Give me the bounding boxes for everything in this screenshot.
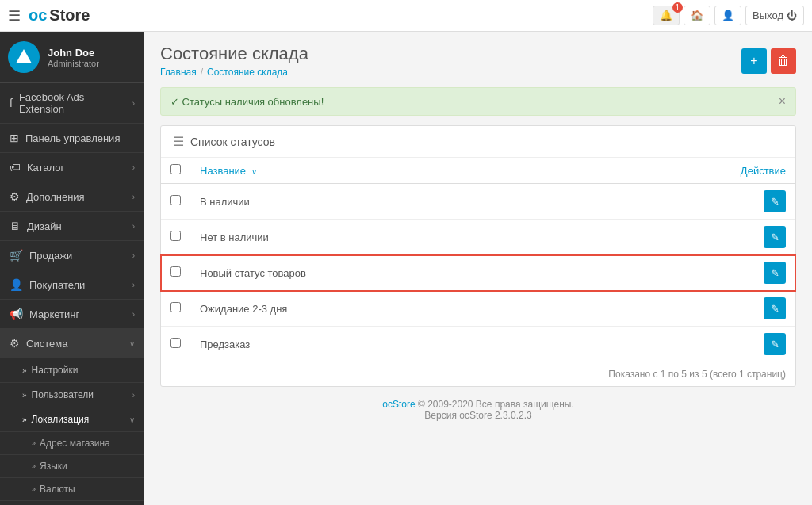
sort-icon: ∨ — [251, 167, 257, 176]
notification-button[interactable]: 🔔 1 — [653, 6, 680, 25]
main-content: Состояние склада Главная / Состояние скл… — [144, 32, 812, 505]
chevron-right-icon: › — [132, 99, 135, 108]
user-name: John Doe — [48, 47, 99, 59]
footer-version: Версия ocStore 2.3.0.2.3 — [424, 410, 531, 421]
chevron-right-icon: › — [132, 163, 135, 172]
facebook-icon: f — [10, 97, 13, 109]
sales-icon: 🛒 — [10, 249, 23, 262]
col-name-header[interactable]: Название ∨ — [190, 158, 731, 184]
table-row: В наличии ✎ — [161, 184, 795, 220]
pagination-info: Показано с 1 по 5 из 5 (всего 1 страниц) — [161, 362, 795, 386]
sidebar: John Doe Administrator f Facebook Ads Ex… — [0, 32, 144, 505]
dbl-chevron-icon: » — [32, 439, 36, 447]
delete-button[interactable]: 🗑 — [771, 48, 796, 74]
edit-button[interactable]: ✎ — [764, 262, 786, 284]
sidebar-item-catalog[interactable]: 🏷 Каталог › — [0, 153, 144, 182]
user-role: Administrator — [48, 59, 99, 68]
sidebar-item-sales[interactable]: 🛒 Продажи › — [0, 241, 144, 270]
row-checkbox[interactable] — [170, 302, 181, 312]
sidebar-item-label: Дизайн — [27, 220, 62, 232]
sidebar-sub-sub-label: Языки — [40, 461, 67, 472]
sidebar-item-store-address[interactable]: » Адрес магазина — [0, 432, 144, 455]
customers-icon: 👤 — [10, 278, 23, 291]
hamburger-icon[interactable]: ☰ — [8, 7, 21, 25]
col-checkbox — [161, 158, 190, 184]
sidebar-item-label: Продажи — [29, 250, 72, 262]
chevron-right-icon: › — [132, 310, 135, 319]
breadcrumb: Главная / Состояние склада — [160, 67, 308, 78]
row-checkbox[interactable] — [170, 338, 181, 348]
sidebar-item-label: Панель управления — [25, 132, 120, 144]
sidebar-item-customers[interactable]: 👤 Покупатели › — [0, 270, 144, 300]
alert-close-button[interactable]: × — [779, 94, 786, 109]
brand-store: Store — [49, 6, 90, 25]
row-checkbox[interactable] — [170, 195, 181, 205]
sidebar-item-localization[interactable]: » Локализация ∨ — [0, 407, 144, 432]
profile-button[interactable]: 👤 — [714, 6, 741, 25]
card-title: Список статусов — [190, 136, 275, 148]
row-checkbox[interactable] — [170, 266, 181, 277]
row-checkbox-cell — [161, 327, 190, 362]
sidebar-item-stock-status[interactable]: » Состояние на складе — [0, 501, 144, 505]
edit-button[interactable]: ✎ — [764, 297, 786, 319]
sidebar-item-currencies[interactable]: » Валюты — [0, 478, 144, 501]
row-checkbox-cell — [161, 255, 190, 291]
row-name: Новый статус товаров — [190, 255, 731, 291]
sidebar-item-settings[interactable]: » Настройки — [0, 358, 144, 383]
page-footer: ocStore © 2009-2020 Все права защищены. … — [160, 387, 796, 433]
footer-brand-link[interactable]: ocStore — [382, 399, 415, 410]
sidebar-item-marketing[interactable]: 📢 Маркетинг › — [0, 300, 144, 329]
sidebar-sub-item-label: Пользователи — [32, 389, 94, 400]
page-header: Состояние склада Главная / Состояние скл… — [160, 44, 796, 78]
row-name: Нет в наличии — [190, 220, 731, 255]
extensions-icon: ⚙ — [10, 190, 20, 203]
sidebar-item-users[interactable]: » Пользователи › — [0, 383, 144, 407]
chevron-right-icon: » — [22, 366, 27, 375]
sidebar-item-languages[interactable]: » Языки — [0, 455, 144, 478]
sidebar-item-label: Покупатели — [29, 279, 85, 291]
chevron-down-icon: ∨ — [129, 415, 135, 424]
system-icon: ⚙ — [10, 337, 20, 350]
user-info: John Doe Administrator — [48, 47, 99, 68]
sidebar-sub-sub-label: Валюты — [40, 484, 75, 495]
sidebar-sub-item-label: Настройки — [32, 365, 79, 376]
alert-banner: ✓ Статусы наличия обновлены! × — [160, 87, 796, 116]
sidebar-item-facebook[interactable]: f Facebook Ads Extension › — [0, 83, 144, 124]
status-list-card: ☰ Список статусов Название ∨ Действие — [160, 125, 796, 387]
select-all-checkbox[interactable] — [170, 164, 181, 174]
table-row: Предзаказ ✎ — [161, 327, 795, 362]
edit-button[interactable]: ✎ — [764, 190, 786, 212]
sidebar-item-system[interactable]: ⚙ Система ∨ — [0, 329, 144, 358]
row-checkbox-cell — [161, 291, 190, 327]
chevron-right-icon: › — [132, 251, 135, 260]
user-profile: John Doe Administrator — [0, 32, 144, 83]
row-name: Предзаказ — [190, 327, 731, 362]
brand-logo: ocStore — [29, 6, 90, 25]
sidebar-item-extensions[interactable]: ⚙ Дополнения › — [0, 182, 144, 212]
alert-message: ✓ Статусы наличия обновлены! — [170, 96, 324, 108]
marketing-icon: 📢 — [10, 308, 23, 320]
table-row: Ожидание 2-3 дня ✎ — [161, 291, 795, 327]
home-button[interactable]: 🏠 — [684, 6, 710, 25]
logout-button[interactable]: Выход ⏻ — [745, 6, 804, 25]
breadcrumb-separator: / — [201, 67, 203, 78]
list-icon: ☰ — [173, 134, 184, 149]
chevron-right-icon: › — [132, 281, 135, 289]
sidebar-item-design[interactable]: 🖥 Дизайн › — [0, 212, 144, 241]
col-action-header: Действие — [731, 158, 795, 184]
chevron-down-icon: » — [22, 415, 27, 424]
edit-button[interactable]: ✎ — [764, 333, 786, 355]
catalog-icon: 🏷 — [10, 161, 21, 174]
topbar-right: 🔔 1 🏠 👤 Выход ⏻ — [653, 6, 804, 25]
topbar: ☰ ocStore 🔔 1 🏠 👤 Выход ⏻ — [0, 0, 812, 32]
breadcrumb-current: Состояние склада — [207, 67, 288, 78]
table-row: Нет в наличии ✎ — [161, 220, 795, 255]
edit-button[interactable]: ✎ — [764, 226, 786, 248]
add-button[interactable]: + — [741, 48, 767, 74]
sidebar-item-dashboard[interactable]: ⊞ Панель управления — [0, 124, 144, 153]
sidebar-item-label: Каталог — [27, 162, 64, 174]
row-checkbox[interactable] — [170, 231, 181, 241]
sidebar-item-label: Система — [26, 338, 67, 350]
status-table: Название ∨ Действие В наличии ✎ Нет в — [161, 158, 795, 362]
breadcrumb-home[interactable]: Главная — [160, 67, 197, 78]
